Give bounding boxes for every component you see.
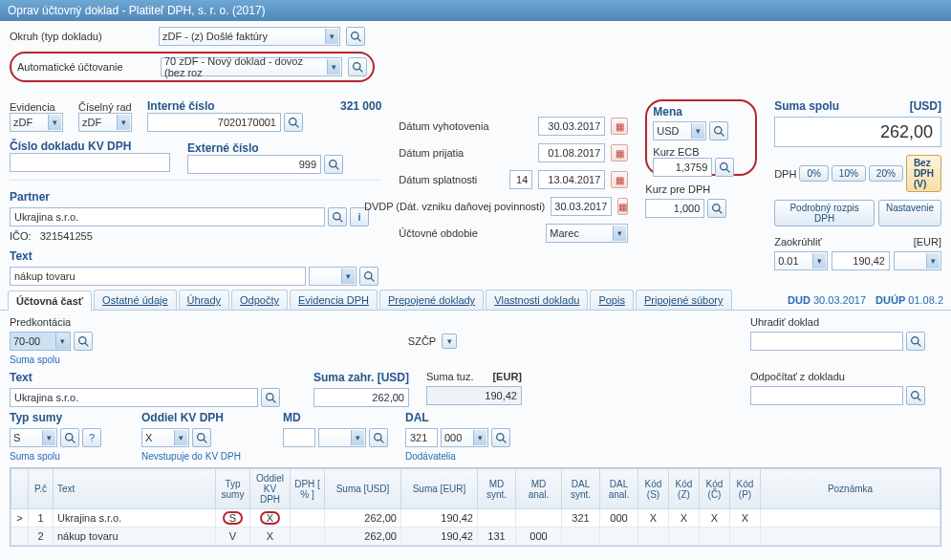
uhradit-doklad-input[interactable]: [750, 332, 903, 351]
tab-popis[interactable]: Popis: [590, 290, 634, 310]
bez-dph-button[interactable]: Bez DPH (V): [906, 155, 941, 192]
suma-spolu-input[interactable]: 262,00: [774, 117, 941, 147]
interne-cislo-input[interactable]: 7020170001: [147, 113, 281, 132]
evidencia-combo[interactable]: zDF▾: [10, 113, 63, 132]
col-md-anal[interactable]: MD anal.: [516, 469, 562, 509]
col-text[interactable]: Text: [54, 469, 216, 509]
col-kod-p[interactable]: Kód (P): [730, 469, 761, 509]
cislo-kv-dph-input[interactable]: [10, 153, 170, 172]
typ-sumy-combo[interactable]: S▾: [10, 428, 57, 447]
suma-spolu-link[interactable]: Suma spolu: [10, 355, 115, 365]
oddiel-lookup-button[interactable]: [192, 428, 211, 447]
zaokruhlit-value-input[interactable]: 190,42: [832, 251, 890, 270]
calendar-icon[interactable]: ▦: [617, 198, 628, 215]
rozpis-dph-button[interactable]: Podrobný rozpis DPH: [774, 200, 875, 226]
table-row[interactable]: 2 nákup tovaru V X 262,00 190,42 131 000: [11, 528, 940, 546]
md-synt-input[interactable]: [283, 428, 315, 447]
dal-synt-input[interactable]: 321: [405, 428, 438, 447]
mena-lookup-button[interactable]: [709, 121, 728, 140]
externe-lookup-button[interactable]: [324, 155, 343, 174]
doc-text-input[interactable]: nákup tovaru: [10, 267, 306, 286]
externe-cislo-input[interactable]: 999: [187, 155, 321, 174]
typ-sumy-help-button[interactable]: ?: [82, 428, 101, 447]
datum-vyhotovenia-input[interactable]: 30.03.2017: [538, 117, 605, 136]
svg-point-10: [364, 271, 371, 278]
svg-line-9: [339, 219, 342, 222]
dal-hint[interactable]: Dodávatelia: [405, 451, 558, 462]
col-md-synt[interactable]: MD synt.: [478, 469, 516, 509]
col-pc[interactable]: P.č: [29, 469, 54, 509]
col-poznamka[interactable]: Poznámka: [761, 469, 940, 509]
tab-ostatne-udaje[interactable]: Ostatné údaje: [94, 290, 177, 310]
dph-10-button[interactable]: 10%: [832, 165, 866, 182]
predkontacia-combo[interactable]: 70-00▾: [10, 332, 71, 351]
tab-uhrady[interactable]: Úhrady: [179, 290, 229, 310]
dph-20-button[interactable]: 20%: [869, 165, 903, 182]
kurz-pre-dph-input[interactable]: 1,000: [645, 199, 704, 218]
zaokruhlit-step-combo[interactable]: 0.01▾: [774, 251, 828, 270]
externe-cislo-label: Externé číslo: [187, 141, 381, 155]
calendar-icon[interactable]: ▦: [611, 144, 628, 162]
col-dph[interactable]: DPH [ % ]: [291, 469, 325, 509]
datum-splatnosti-input[interactable]: 13.04.2017: [538, 170, 605, 189]
table-row[interactable]: > 1 Ukrajina s.r.o. S X 262,00 190,42 32…: [11, 509, 940, 528]
tab-uctovna-cast[interactable]: Účtovná časť: [8, 291, 92, 311]
md-lookup-button[interactable]: [369, 428, 388, 447]
col-kod-c[interactable]: Kód (Č): [700, 469, 730, 509]
tab-vlastnosti-dokladu[interactable]: Vlastnosti dokladu: [486, 290, 588, 310]
dal-lookup-button[interactable]: [491, 428, 510, 447]
okruh-combo[interactable]: zDF - (z) Došlé faktúry▾: [159, 27, 340, 46]
doc-text-lookup-button[interactable]: [359, 267, 378, 286]
uhradit-lookup-button[interactable]: [906, 332, 925, 351]
auto-uctovanie-combo[interactable]: 70 zDF - Nový doklad - dovoz (bez roz▾: [161, 57, 342, 76]
calendar-icon[interactable]: ▦: [611, 118, 628, 135]
odpocitat-input[interactable]: [750, 386, 903, 405]
ciselny-rad-combo[interactable]: zDF▾: [78, 113, 132, 132]
col-oddiel[interactable]: Oddiel KV DPH: [250, 469, 291, 509]
col-suma-eur[interactable]: Suma [EUR]: [401, 469, 478, 509]
mena-combo[interactable]: USD▾: [653, 121, 706, 140]
tab-evidencia-dph[interactable]: Evidencia DPH: [290, 290, 378, 310]
nastavenie-button[interactable]: Nastavenie: [878, 200, 941, 226]
splatnost-days-input[interactable]: 14: [509, 170, 532, 189]
auto-uctovanie-lookup-button[interactable]: [348, 57, 367, 76]
col-kod-s[interactable]: Kód (S): [638, 469, 669, 509]
predkontacia-lookup-button[interactable]: [74, 332, 93, 351]
tab-prepojene-doklady[interactable]: Prepojené doklady: [379, 290, 484, 310]
search-icon: [495, 432, 508, 444]
suma-zahr-input[interactable]: 262,00: [313, 388, 409, 407]
md-anal-combo[interactable]: ▾: [318, 428, 366, 447]
col-typ-sumy[interactable]: Typ sumy: [216, 469, 250, 509]
interne-lookup-button[interactable]: [284, 113, 303, 132]
col-kod-z[interactable]: Kód (Z): [669, 469, 700, 509]
col-dal-anal[interactable]: DAL anal.: [600, 469, 638, 509]
col-dal-synt[interactable]: DAL synt.: [562, 469, 600, 509]
suma-spolu-link-2[interactable]: Suma spolu: [10, 451, 124, 462]
odpocitat-lookup-button[interactable]: [906, 386, 925, 405]
datum-prijatia-label: Dátum prijatia: [399, 147, 532, 159]
partner-lookup-button[interactable]: [328, 207, 347, 226]
szcp-label: SZČP: [408, 335, 436, 347]
svg-line-1: [357, 38, 360, 41]
partner-input[interactable]: Ukrajina s.r.o.: [10, 207, 325, 226]
szcp-dropdown-button[interactable]: ▾: [442, 334, 457, 349]
okruh-lookup-button[interactable]: [346, 27, 365, 46]
kurz-ecb-input[interactable]: 1,3759: [653, 158, 712, 177]
dph-0-button[interactable]: 0%: [799, 165, 828, 182]
zaokruhlit-extra-combo[interactable]: ▾: [894, 251, 941, 270]
line-text-input[interactable]: Ukrajina s.r.o.: [10, 388, 258, 407]
dvdp-input[interactable]: 30.03.2017: [551, 197, 612, 216]
tab-pripojene-subory[interactable]: Pripojené súbory: [636, 290, 732, 310]
calendar-icon[interactable]: ▦: [611, 171, 628, 188]
oddiel-kv-dph-combo[interactable]: X▾: [141, 428, 189, 447]
uctovne-obdobie-combo[interactable]: Marec▾: [546, 224, 628, 243]
kurz-pre-dph-lookup-button[interactable]: [707, 199, 726, 218]
tab-odpocty[interactable]: Odpočty: [231, 290, 288, 310]
col-suma-usd[interactable]: Suma [USD]: [325, 469, 401, 509]
kurz-ecb-lookup-button[interactable]: [715, 158, 734, 177]
line-text-lookup-button[interactable]: [261, 388, 280, 407]
dal-anal-combo[interactable]: 000▾: [441, 428, 488, 447]
typ-sumy-lookup-button[interactable]: [60, 428, 79, 447]
doc-text-combo[interactable]: ▾: [309, 267, 357, 286]
datum-prijatia-input[interactable]: 01.08.2017: [538, 143, 605, 162]
